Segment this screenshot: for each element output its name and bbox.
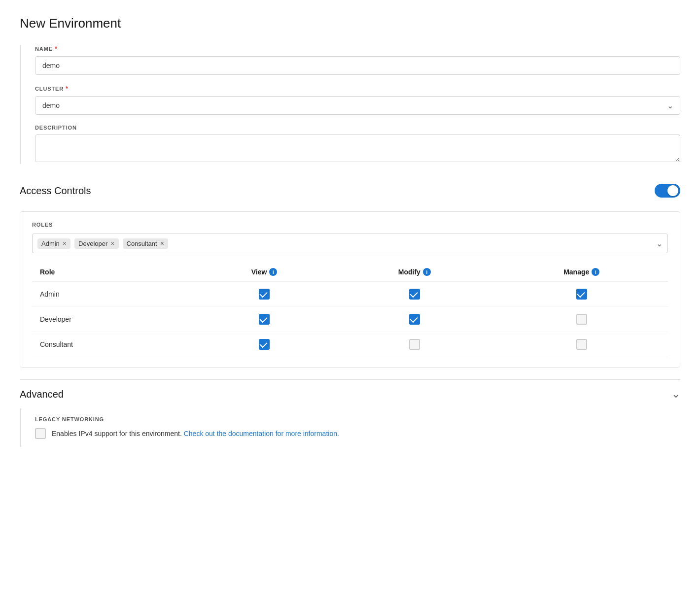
- role-tag-consultant-label: Consultant: [127, 240, 157, 247]
- role-tag-admin-label: Admin: [41, 240, 60, 247]
- role-tag-developer-remove[interactable]: ×: [110, 240, 114, 247]
- role-tag-developer-label: Developer: [78, 240, 107, 247]
- manage-info-icon[interactable]: i: [592, 268, 599, 276]
- manage-cell-2: [495, 332, 668, 357]
- manage-checkbox-1[interactable]: [576, 314, 587, 325]
- role-cell-2: Consultant: [32, 332, 195, 357]
- view-checkbox-2[interactable]: [259, 339, 270, 350]
- manage-checkbox-2[interactable]: [576, 339, 587, 350]
- table-row: Developer: [32, 307, 668, 332]
- role-tag-consultant-remove[interactable]: ×: [160, 240, 164, 247]
- permissions-table: Role View i Modify i: [32, 263, 668, 357]
- legacy-networking-label: LEGACY NETWORKING: [35, 416, 680, 422]
- modify-checkbox-0[interactable]: [409, 289, 420, 300]
- col-view-header: View i: [195, 263, 334, 281]
- modify-checkbox-2[interactable]: [409, 339, 420, 350]
- advanced-content: LEGACY NETWORKING Enables IPv4 support f…: [20, 408, 680, 447]
- modify-checkbox-1[interactable]: [409, 314, 420, 325]
- advanced-section-header[interactable]: Advanced ⌄: [20, 379, 680, 408]
- cluster-select-wrapper: demo ⌄: [35, 96, 680, 115]
- toggle-track: [655, 184, 680, 198]
- modify-cell-2: [334, 332, 495, 357]
- legacy-networking-link[interactable]: Check out the documentation for more inf…: [184, 430, 339, 437]
- modify-cell-1: [334, 307, 495, 332]
- basic-info-section: NAME * CLUSTER * demo ⌄ DESCRIPTION: [20, 45, 680, 164]
- role-tag-admin-remove[interactable]: ×: [63, 240, 67, 247]
- table-row: Consultant: [32, 332, 668, 357]
- table-row: Admin: [32, 281, 668, 307]
- roles-tags-row[interactable]: Admin × Developer × Consultant × ⌄: [32, 234, 668, 253]
- role-tag-admin: Admin ×: [37, 238, 70, 249]
- cluster-required-star: *: [66, 85, 69, 92]
- toggle-thumb: [667, 185, 678, 196]
- advanced-section: Advanced ⌄ LEGACY NETWORKING Enables IPv…: [20, 379, 680, 447]
- roles-chevron-icon[interactable]: ⌄: [656, 239, 663, 248]
- roles-section: ROLES Admin × Developer × Consultant × ⌄…: [20, 211, 680, 368]
- view-info-icon[interactable]: i: [269, 268, 277, 276]
- access-controls-header: Access Controls: [20, 180, 680, 202]
- view-cell-0: [195, 281, 334, 307]
- role-tag-developer: Developer ×: [74, 238, 118, 249]
- legacy-networking-desc: Enables IPv4 support for this environmen…: [52, 430, 339, 437]
- manage-cell-1: [495, 307, 668, 332]
- name-field-group: NAME *: [35, 45, 680, 75]
- access-controls-title: Access Controls: [20, 185, 91, 197]
- modify-info-icon[interactable]: i: [423, 268, 431, 276]
- manage-cell-0: [495, 281, 668, 307]
- role-tag-consultant: Consultant ×: [123, 238, 168, 249]
- name-input[interactable]: [35, 56, 680, 75]
- view-checkbox-1[interactable]: [259, 314, 270, 325]
- advanced-title: Advanced: [20, 389, 64, 400]
- manage-checkbox-0[interactable]: [576, 289, 587, 300]
- col-manage-header: Manage i: [495, 263, 668, 281]
- col-role-header: Role: [32, 263, 195, 281]
- modify-cell-0: [334, 281, 495, 307]
- cluster-field-group: CLUSTER * demo ⌄: [35, 85, 680, 115]
- description-input[interactable]: [35, 134, 680, 162]
- col-modify-header: Modify i: [334, 263, 495, 281]
- cluster-label: CLUSTER *: [35, 85, 680, 92]
- name-required-star: *: [55, 45, 58, 52]
- legacy-networking-row: Enables IPv4 support for this environmen…: [35, 428, 680, 439]
- cluster-select[interactable]: demo: [35, 96, 680, 115]
- view-cell-1: [195, 307, 334, 332]
- advanced-chevron-icon: ⌄: [671, 388, 680, 401]
- description-field-group: DESCRIPTION: [35, 125, 680, 164]
- view-checkbox-0[interactable]: [259, 289, 270, 300]
- access-controls-toggle[interactable]: [655, 184, 680, 198]
- role-cell-0: Admin: [32, 281, 195, 307]
- description-label: DESCRIPTION: [35, 125, 680, 131]
- access-controls-section: Access Controls ROLES Admin × Developer …: [20, 180, 680, 368]
- page-title: New Environment: [20, 16, 680, 31]
- legacy-networking-checkbox[interactable]: [35, 428, 46, 439]
- role-cell-1: Developer: [32, 307, 195, 332]
- view-cell-2: [195, 332, 334, 357]
- name-label: NAME *: [35, 45, 680, 52]
- roles-label: ROLES: [32, 222, 668, 228]
